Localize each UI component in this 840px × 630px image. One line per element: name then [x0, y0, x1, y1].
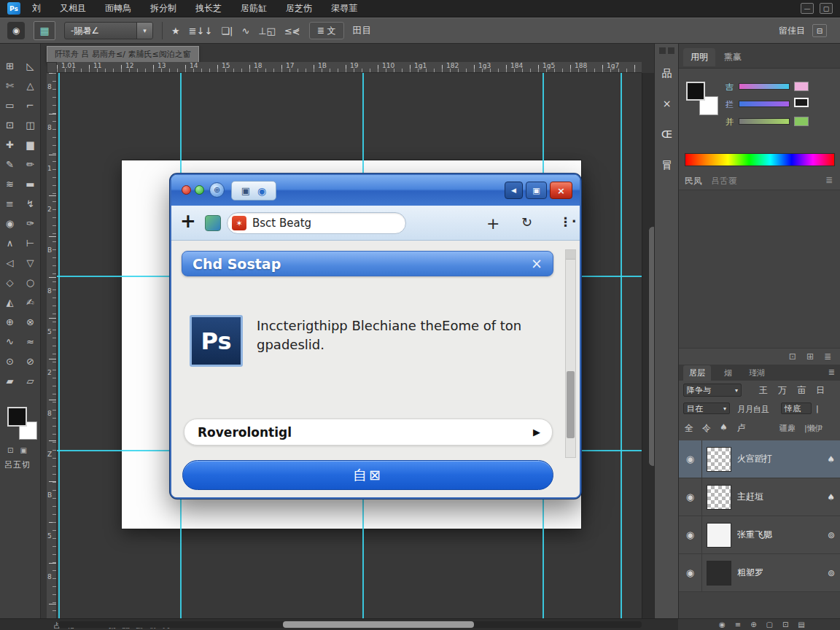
workspace-icon[interactable]: 品 — [655, 67, 679, 80]
swatches-panel-subtitle[interactable]: 吕舌覆 — [711, 175, 737, 187]
layer-filter-icon[interactable]: 亩 — [797, 384, 806, 397]
menu-item-layer[interactable]: 拆分制 — [150, 2, 176, 15]
minimize-button[interactable]: — — [801, 3, 814, 14]
dialog-scrollbar[interactable] — [565, 249, 576, 458]
menu-item-image[interactable]: 面轉鳥 — [105, 2, 131, 15]
tool-preset-dropdown[interactable]: -賜暑∠ ▾ — [64, 22, 153, 39]
menu-item-file[interactable]: 刘 — [32, 2, 41, 15]
chevron-down-icon[interactable]: ▾ — [136, 23, 152, 39]
tab-favicon[interactable] — [205, 215, 221, 231]
panel-menu-icon[interactable]: ≣ — [828, 368, 835, 377]
tool-icon[interactable]: ◇ — [2, 278, 18, 288]
layer-filter-icon[interactable]: 万 — [778, 384, 787, 397]
foreground-color-swatch[interactable] — [7, 407, 27, 427]
opacity-dropdown[interactable]: 目在 ▾ — [683, 402, 730, 414]
new-group-icon[interactable]: ▢ — [766, 621, 773, 629]
address-text[interactable]: Bsct Beatg — [252, 217, 311, 230]
ruler-corner[interactable] — [47, 62, 57, 73]
browser-icon[interactable]: ◉ — [257, 185, 266, 197]
panel-collapse-icon[interactable]: ⊟ — [812, 24, 827, 37]
tool-icon[interactable]: ▰ — [2, 376, 18, 386]
color-slider[interactable] — [739, 101, 790, 107]
tab-channels[interactable]: 烟 — [724, 368, 732, 378]
chevron-down-icon[interactable]: ▾ — [735, 387, 738, 394]
tool-icon[interactable]: ⊢ — [23, 238, 39, 249]
new-layer-icon[interactable]: ⊡ — [782, 621, 788, 629]
vertical-ruler[interactable]: 8 8 1 2 B 8 5 2 8 Z B 5 8 — [47, 73, 57, 618]
tab-layers[interactable]: 居层 — [683, 365, 711, 381]
visibility-eye-icon[interactable]: ◉ — [679, 554, 702, 592]
tool-icon[interactable]: ∧ — [2, 238, 18, 249]
scrollbar-thumb[interactable] — [283, 621, 474, 628]
pages-icon[interactable]: ▣ — [241, 185, 250, 196]
tool-icon[interactable]: ○ — [23, 278, 39, 288]
color-slider[interactable] — [739, 118, 790, 125]
lock-transparency-icon[interactable]: 卢 — [737, 422, 746, 435]
color-slider[interactable] — [739, 83, 790, 90]
globe-icon[interactable]: ⊕ — [209, 182, 225, 198]
tab-color[interactable]: 用明 — [683, 48, 715, 66]
tool-icon[interactable]: ⊘ — [23, 357, 39, 367]
tool-icon[interactable]: ▆ — [23, 140, 39, 150]
tool-icon[interactable]: ∿ — [2, 337, 18, 347]
lock-position-icon[interactable]: 令 — [702, 422, 711, 435]
horizontal-ruler[interactable]: 1.01 11 12 13 14 15 18 17 1B 19 110 1g1 … — [57, 62, 642, 73]
layer-filter-icon[interactable]: 日 — [816, 384, 825, 397]
tool-icon[interactable]: ▱ — [23, 376, 39, 386]
tool-icon[interactable]: ◺ — [23, 61, 39, 71]
tool-icon[interactable]: ◫ — [23, 120, 39, 131]
layer-row[interactable]: ◉ 火宫蹈打 ♠ — [679, 440, 840, 478]
tool-icon[interactable]: ✄ — [2, 81, 18, 91]
tab-paths[interactable]: 瑾湖 — [749, 368, 765, 378]
tool-icon[interactable]: ⊕ — [2, 317, 18, 327]
tool-icon[interactable]: ✚ — [2, 140, 18, 150]
layer-thumbnail[interactable] — [707, 561, 731, 586]
delete-layer-icon[interactable]: ▤ — [798, 621, 804, 629]
menu-item-select[interactable]: 居筋缸 — [241, 2, 267, 15]
tool-icon[interactable]: ⊗ — [23, 317, 39, 327]
guide-vertical[interactable] — [621, 73, 622, 618]
quick-mask-icons[interactable]: ⊡ ▣ — [7, 446, 29, 454]
menu-item-filter[interactable]: 居芝伤 — [286, 2, 312, 15]
link-badge-icon[interactable]: ⊚ — [828, 530, 835, 540]
blend-mode-dropdown[interactable]: 降争与 ▾ — [683, 384, 742, 397]
tool-icon[interactable]: ⊡ — [2, 120, 18, 131]
visibility-eye-icon[interactable]: ◉ — [679, 516, 702, 554]
refresh-icon[interactable]: ↻ — [521, 214, 532, 230]
tool-icon[interactable]: ▬ — [23, 179, 39, 190]
tool-icon[interactable]: ✍ — [23, 298, 39, 308]
tool-icon[interactable]: ≋ — [2, 179, 18, 190]
layer-style-icon[interactable]: ≡ — [735, 621, 741, 629]
foreground-background-swatches[interactable] — [7, 407, 39, 442]
panel-toggle-icon[interactable]: ❏| — [221, 26, 233, 36]
menu-item-edit[interactable]: 又相且 — [60, 2, 86, 15]
star-icon[interactable]: ★ — [171, 26, 180, 36]
swatches-panel-title[interactable]: 民凤 — [685, 175, 702, 187]
new-swatch-icon[interactable]: ⊡ — [789, 351, 796, 362]
adjust-icon[interactable]: ≣↓↓ — [189, 26, 213, 36]
workspace-label[interactable]: 留佳目 — [779, 25, 805, 37]
close-traffic-light[interactable] — [182, 185, 191, 195]
visibility-eye-icon[interactable]: ◉ — [679, 440, 702, 478]
layer-thumbnail[interactable] — [707, 485, 731, 510]
tool-icon[interactable]: ↯ — [23, 199, 39, 209]
maximize-button[interactable]: ▢ — [820, 3, 833, 14]
close-icon[interactable]: × — [531, 255, 542, 271]
layer-row[interactable]: ◉ 粗塑罗 ⊚ — [679, 554, 840, 592]
tool-icon[interactable]: ◭ — [2, 298, 18, 308]
link-layers-icon[interactable]: ◉ — [719, 621, 726, 629]
grid-view-button[interactable]: 田目 — [353, 24, 372, 37]
lock-all-icon[interactable]: 全 — [685, 422, 693, 435]
tool-icon[interactable]: ≈ — [23, 337, 39, 347]
tool-icon[interactable]: ⊞ — [2, 61, 18, 71]
tool-icon[interactable]: ⌐ — [23, 101, 39, 111]
new-tab-button[interactable]: + — [180, 210, 196, 232]
tool-icon[interactable]: ⊙ — [2, 357, 18, 367]
channels-icon[interactable]: Œ — [655, 128, 679, 140]
restore-window-button[interactable]: ▣ — [526, 182, 547, 199]
guide-vertical[interactable] — [58, 73, 60, 618]
fill-dropdown[interactable]: 悻底 — [781, 402, 812, 414]
primary-action-button[interactable]: 自⊠ — [182, 460, 553, 490]
add-mask-icon[interactable]: ⊕ — [750, 621, 756, 629]
tool-icon[interactable]: ▽ — [23, 258, 39, 268]
